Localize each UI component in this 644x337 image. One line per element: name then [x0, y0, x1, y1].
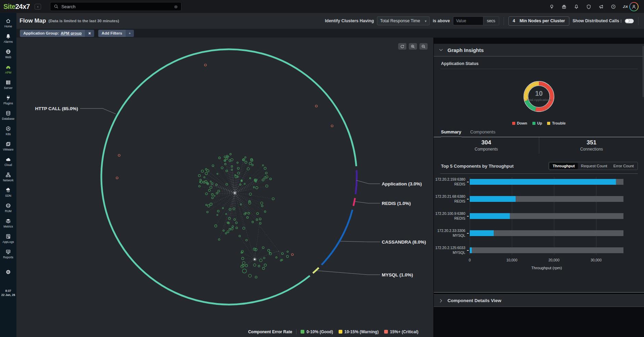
tab-components[interactable]: Components	[470, 129, 495, 135]
sidebar-item-home[interactable]: Home	[0, 15, 16, 30]
component-node[interactable]	[210, 203, 212, 205]
sidebar-item-alarms[interactable]: Alarms	[0, 30, 16, 46]
bar-value[interactable]	[470, 196, 516, 202]
sidebar-item-network[interactable]: Network	[0, 169, 16, 184]
bar-value[interactable]	[470, 213, 510, 219]
component-node[interactable]	[212, 197, 214, 199]
error-component-node[interactable]	[315, 105, 317, 107]
metric-select[interactable]: Total Response Time ▾	[377, 16, 430, 25]
error-component-node[interactable]	[118, 154, 120, 156]
component-details-header[interactable]: Component Details View	[434, 294, 644, 307]
bar-label[interactable]: 172.20.2.159:6380REDIS	[435, 177, 465, 186]
sidebar-item-server[interactable]: Server	[0, 77, 16, 92]
min-nodes-group[interactable]: 4 Min Nodes per Cluster	[508, 16, 570, 26]
gift-icon[interactable]	[561, 4, 567, 9]
component-node[interactable]	[237, 162, 238, 163]
search-input[interactable]	[61, 4, 171, 9]
component-node[interactable]	[226, 183, 228, 185]
shield-icon[interactable]	[586, 4, 591, 9]
component-node[interactable]	[270, 178, 272, 180]
bar-label[interactable]: 172.20.100.9:6380REDIS	[435, 211, 465, 221]
bar-label[interactable]: 172.20.2.125:6033MYSQL	[435, 246, 465, 255]
zoho-one-icon[interactable]: ZA	[623, 5, 628, 9]
component-node[interactable]	[253, 264, 256, 267]
sidebar-item-k8s[interactable]: K8s	[0, 123, 16, 138]
bar-value[interactable]	[470, 247, 472, 253]
component-node[interactable]	[242, 269, 247, 273]
component-node[interactable]	[260, 259, 262, 262]
bar-value[interactable]	[470, 179, 616, 185]
sidebar-item-vmware[interactable]: VMware	[0, 138, 16, 154]
add-filter-button[interactable]: +	[126, 30, 134, 37]
application-group-chip[interactable]: Application Group: APM group ✖	[20, 30, 94, 37]
megaphone-icon[interactable]	[598, 4, 604, 9]
sidebar-item-metrics[interactable]: Metrics	[0, 215, 16, 231]
bar-label[interactable]: 172.20.21.68:6380REDIS	[435, 194, 465, 204]
component-node[interactable]	[231, 169, 232, 170]
ring-segment-cassandra[interactable]	[321, 210, 352, 265]
refresh-button[interactable]	[398, 43, 406, 50]
sidebar-item-settings[interactable]	[0, 264, 16, 280]
graph-insights-header[interactable]: Graph Insights	[434, 44, 644, 56]
component-node[interactable]	[226, 170, 227, 172]
component-node[interactable]	[230, 153, 231, 155]
status-segment-up[interactable]	[527, 101, 536, 109]
component-node[interactable]	[253, 248, 255, 250]
ring-segment-mysql[interactable]	[313, 268, 319, 273]
mode-request-count[interactable]: Request Count	[578, 163, 610, 169]
component-node[interactable]	[264, 211, 266, 212]
sidebar-item-cloud[interactable]: Cloud	[0, 154, 16, 169]
sidebar-item-apm[interactable]: APM	[0, 61, 16, 77]
error-component-node[interactable]	[204, 64, 206, 66]
remove-filter-button[interactable]: ✖	[85, 30, 94, 37]
component-node[interactable]	[218, 157, 220, 159]
sidebar-item-rum[interactable]: RUM	[0, 200, 16, 215]
sidebar-item-plugins[interactable]: Plugins	[0, 92, 16, 107]
ring-segment-redis[interactable]	[353, 198, 355, 206]
component-node[interactable]	[245, 157, 246, 158]
site24x7-logo[interactable]: Site24x7	[3, 3, 30, 11]
component-node[interactable]	[246, 239, 248, 241]
show-distributed-toggle[interactable]	[625, 19, 634, 23]
component-node[interactable]	[250, 178, 251, 179]
component-node[interactable]	[249, 274, 252, 277]
component-node[interactable]	[204, 177, 205, 178]
help-icon[interactable]: ?	[611, 4, 616, 9]
zoom-out-button[interactable]	[419, 43, 428, 50]
component-node[interactable]	[221, 167, 223, 169]
mode-error-count[interactable]: Error Count	[610, 163, 637, 169]
bulb-icon[interactable]	[549, 4, 554, 9]
error-component-node[interactable]	[116, 177, 118, 179]
flow-map-canvas[interactable]: HTTP CALL (85.0%)Application (3.0%)REDIS…	[16, 38, 433, 337]
scrollbar-thumb[interactable]	[643, 46, 644, 97]
sidebar-item-reports[interactable]: Reports	[0, 246, 16, 261]
chip-value[interactable]: APM group	[61, 31, 81, 35]
component-node[interactable]	[253, 186, 255, 188]
sidebar-item-applogs[interactable]: AppLogs	[0, 231, 16, 246]
search-clear-icon[interactable]: ⊗	[174, 4, 178, 9]
error-component-node[interactable]	[291, 254, 293, 256]
component-node[interactable]	[225, 233, 227, 234]
bar-value[interactable]	[470, 230, 494, 236]
sidebar-collapse-button[interactable]: ‹	[35, 4, 41, 10]
tab-summary[interactable]: Summary	[441, 129, 461, 135]
user-avatar[interactable]	[629, 2, 639, 11]
component-node[interactable]	[261, 205, 263, 207]
add-filters-chip[interactable]: Add Filters +	[98, 30, 134, 37]
sidebar-item-web[interactable]: Web	[0, 46, 16, 61]
ring-segment-application[interactable]	[356, 170, 357, 194]
mode-throughput[interactable]: Throughput	[550, 163, 578, 169]
zoom-in-button[interactable]	[409, 43, 417, 50]
threshold-value-input[interactable]	[453, 16, 483, 25]
status-donut[interactable]: 10Total Applications	[518, 75, 560, 118]
component-node[interactable]	[207, 211, 209, 213]
sidebar-item-sdn[interactable]: SDN	[0, 184, 16, 200]
component-node[interactable]	[224, 156, 226, 158]
bar-label[interactable]: 172.20.2.33:3306MYSQL	[437, 229, 465, 238]
component-node[interactable]	[264, 167, 266, 170]
sidebar-item-database[interactable]: Database	[0, 107, 16, 123]
component-node[interactable]	[232, 226, 234, 228]
component-node[interactable]	[238, 172, 240, 174]
component-node[interactable]	[255, 276, 257, 278]
error-component-node[interactable]	[331, 125, 333, 127]
